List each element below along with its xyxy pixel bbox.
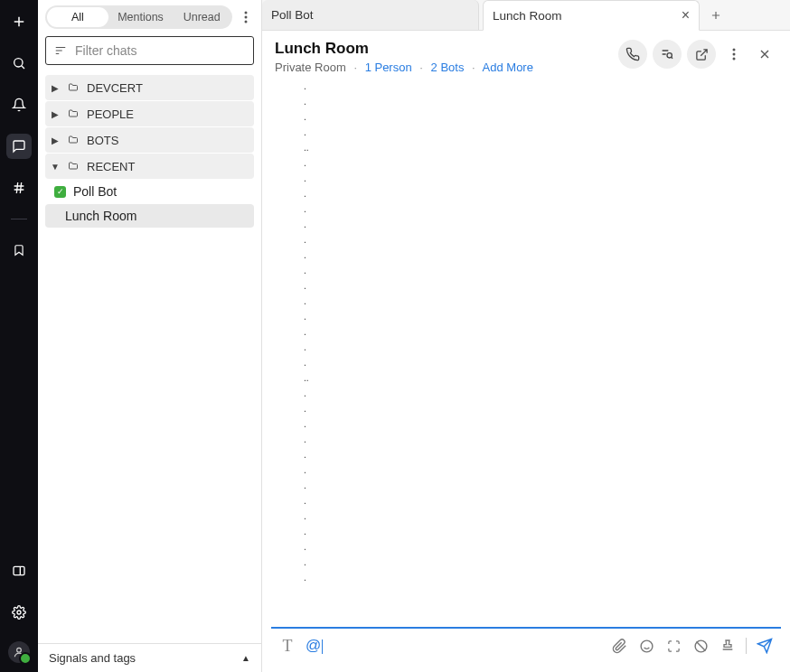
- folder-icon: [67, 135, 80, 145]
- folder-icon: [67, 161, 80, 172]
- chat-item-lunch-room[interactable]: Lunch Room: [45, 204, 254, 228]
- sidebar: All Mentions Unread ▶ DEVCERT ▶ PEOPLE ▶…: [38, 0, 262, 672]
- tab-poll-bot[interactable]: Poll Bot: [262, 0, 479, 30]
- chevron-right-icon: ▶: [51, 83, 60, 93]
- message-placeholder: .: [304, 235, 790, 250]
- message-placeholder: .: [304, 219, 790, 235]
- add-more-link[interactable]: Add More: [483, 61, 533, 74]
- panel-icon[interactable]: [6, 558, 32, 583]
- main-pane: Poll Bot Lunch Room × Lunch Room Private…: [262, 0, 790, 672]
- text-format-button[interactable]: T: [278, 637, 296, 655]
- filter-input[interactable]: [75, 43, 246, 58]
- chat-item-label: Lunch Room: [65, 209, 136, 223]
- message-placeholder: .: [304, 97, 790, 112]
- expand-icon[interactable]: [664, 637, 682, 655]
- send-button[interactable]: [756, 637, 774, 655]
- message-placeholder: .: [304, 281, 790, 296]
- message-placeholder: .: [304, 327, 790, 342]
- message-placeholder: .: [304, 296, 790, 312]
- message-placeholder: .: [304, 527, 790, 542]
- search-icon[interactable]: [6, 51, 32, 76]
- chevron-up-icon: ▲: [241, 653, 250, 663]
- segment-mentions[interactable]: Mentions: [110, 5, 172, 29]
- message-placeholder: .: [304, 173, 790, 189]
- signals-tags-panel[interactable]: Signals and tags ▲: [38, 643, 261, 672]
- attach-icon[interactable]: [610, 637, 628, 655]
- avatar[interactable]: [8, 641, 30, 663]
- filter-input-wrap[interactable]: [45, 36, 254, 65]
- svg-point-5: [245, 16, 248, 19]
- new-tab-button[interactable]: [703, 0, 729, 30]
- message-placeholder: .: [304, 312, 790, 327]
- chevron-right-icon: ▶: [51, 109, 60, 119]
- pop-out-button[interactable]: [687, 40, 716, 69]
- message-placeholder: ..: [304, 373, 790, 388]
- svg-point-6: [245, 21, 248, 23]
- chevron-right-icon: ▶: [51, 135, 60, 145]
- nav-rail: [0, 0, 38, 672]
- tab-lunch-room[interactable]: Lunch Room ×: [483, 0, 700, 31]
- tab-label: Poll Bot: [271, 8, 314, 22]
- sidebar-more-icon[interactable]: [238, 5, 254, 29]
- room-title: Lunch Room: [275, 40, 618, 58]
- segment-all[interactable]: All: [47, 7, 108, 27]
- folder-recent[interactable]: ▼ RECENT: [45, 154, 254, 179]
- emoji-icon[interactable]: [637, 637, 655, 655]
- message-placeholder: .: [304, 112, 790, 127]
- gear-icon[interactable]: [6, 600, 32, 625]
- message-placeholder: .: [304, 481, 790, 496]
- folder-people[interactable]: ▶ PEOPLE: [45, 101, 254, 126]
- segment-unread[interactable]: Unread: [171, 5, 232, 29]
- folder-bots[interactable]: ▶ BOTS: [45, 127, 254, 153]
- room-header: Lunch Room Private Room · 1 Person · 2 B…: [262, 31, 790, 78]
- room-meta: Private Room · 1 Person · 2 Bots · Add M…: [275, 61, 618, 74]
- message-placeholder: .: [304, 250, 790, 266]
- compose-bar: T @: [271, 627, 781, 663]
- hash-icon[interactable]: [6, 175, 32, 201]
- svg-point-7: [667, 53, 672, 58]
- message-placeholder: .: [304, 266, 790, 281]
- search-in-chat-button[interactable]: [653, 40, 682, 69]
- compose-separator: [746, 638, 747, 654]
- room-actions: [618, 40, 777, 69]
- people-link[interactable]: 1 Person: [365, 61, 412, 74]
- svg-point-8: [733, 49, 736, 51]
- signals-label: Signals and tags: [49, 651, 136, 665]
- svg-rect-1: [14, 566, 24, 574]
- svg-point-2: [17, 611, 21, 614]
- close-chat-button[interactable]: [752, 40, 777, 69]
- svg-point-11: [641, 640, 653, 652]
- new-icon[interactable]: [6, 9, 32, 34]
- folder-label: DEVCERT: [87, 81, 143, 95]
- tabs-row: Poll Bot Lunch Room ×: [262, 0, 790, 31]
- svg-point-0: [14, 59, 23, 67]
- message-placeholder: .: [304, 419, 790, 434]
- message-placeholder: .: [304, 189, 790, 204]
- sidebar-tabs: All Mentions Unread: [38, 0, 261, 34]
- stamp-icon[interactable]: [719, 637, 737, 655]
- folder-devcert[interactable]: ▶ DEVCERT: [45, 75, 254, 100]
- chat-icon[interactable]: [6, 134, 32, 159]
- message-placeholder: .: [304, 358, 790, 373]
- folder-icon: [67, 82, 80, 93]
- filter-segment: All Mentions Unread: [45, 5, 232, 29]
- message-placeholder: .: [304, 127, 790, 143]
- svg-point-9: [733, 53, 736, 56]
- message-placeholder: .: [304, 573, 790, 588]
- block-icon[interactable]: [691, 637, 710, 655]
- message-placeholder: .: [304, 557, 790, 573]
- message-placeholder: .: [304, 158, 790, 173]
- bookmark-icon[interactable]: [6, 238, 32, 263]
- message-area[interactable]: ...................................: [262, 78, 790, 627]
- call-button[interactable]: [618, 40, 647, 69]
- svg-point-10: [733, 58, 736, 61]
- bell-icon[interactable]: [6, 92, 32, 117]
- message-placeholder: .: [304, 388, 790, 404]
- folder-label: BOTS: [87, 134, 118, 147]
- compose-input[interactable]: @: [306, 637, 323, 655]
- room-type: Private Room: [275, 61, 346, 74]
- close-icon[interactable]: ×: [682, 7, 690, 23]
- chat-item-poll-bot[interactable]: ✓ Poll Bot: [45, 180, 254, 203]
- bots-link[interactable]: 2 Bots: [431, 61, 465, 74]
- chat-more-icon[interactable]: [721, 40, 747, 69]
